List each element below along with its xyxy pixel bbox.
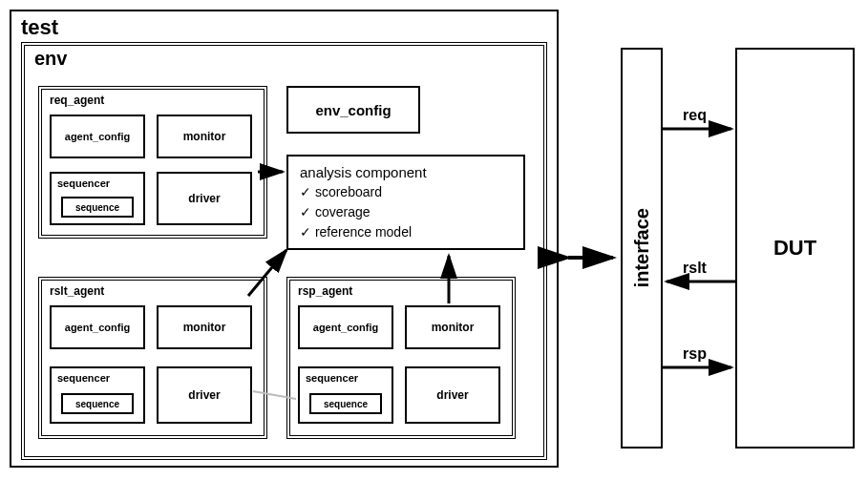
svg-line-1 (248, 250, 286, 296)
arrow-req-monitor-to-analysis (0, 0, 868, 480)
svg-line-7 (253, 391, 296, 399)
